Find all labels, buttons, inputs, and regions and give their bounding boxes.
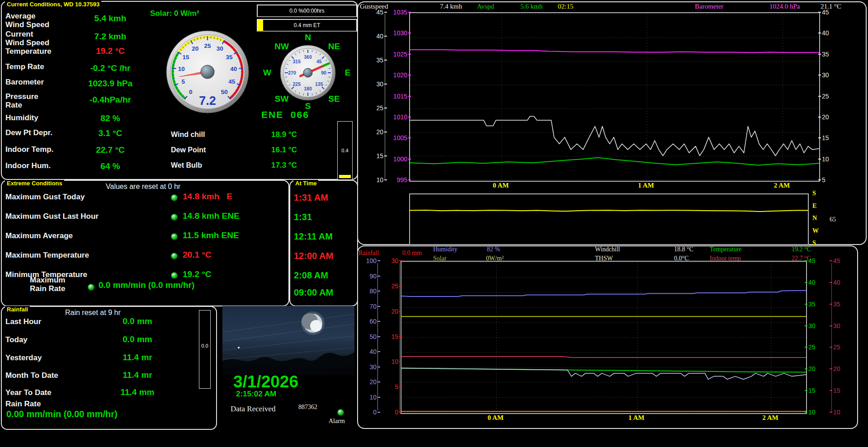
axis-tick (377, 381, 380, 382)
x-axis-label: 0 AM (488, 414, 504, 422)
axis-tick-label: 30 (822, 72, 840, 78)
gauge-tick-label: 15 (182, 54, 189, 61)
current-row-label: Humidity (5, 113, 38, 122)
axis-tick (805, 325, 807, 326)
axis-tick (830, 347, 832, 348)
current-row-label: Temperature (5, 47, 52, 56)
current-row-label: Pressure Rate (5, 92, 38, 109)
panel-extreme-conditions: Extreme Conditions Values are reset at 0… (1, 180, 289, 306)
axis-tick-label: 30 (359, 364, 377, 370)
axis-tick-label: 20 (822, 114, 840, 120)
wind-direction-reading: ENE 066 (261, 109, 309, 120)
current-row-value: -0.2 °C /hr (70, 63, 151, 73)
max-rain-rate-label: Maximum Rain Rate (30, 276, 65, 293)
axis-tick-label: 90 (359, 273, 377, 279)
legend-item: Humidity (433, 246, 458, 253)
rain-gauge-value: 0.0 (199, 343, 210, 348)
axis-tick (830, 304, 832, 305)
data-received-count: 887362 (298, 404, 317, 411)
current-row-label: Indoor Temp. (5, 145, 53, 154)
legend-item: 0.0 mm (402, 249, 422, 257)
axis-tick (384, 132, 387, 132)
chart-header-item: 7.4 kmh (440, 3, 462, 10)
compass-letter-n: N (305, 33, 311, 42)
axis-tick-label: 5 (822, 177, 840, 183)
axis-tick-label: 10 (808, 409, 825, 415)
axis-tick (805, 390, 807, 391)
axis-tick (805, 260, 807, 261)
axis-tick-label: 45 (822, 9, 840, 15)
legend-item: 19.2 °C (792, 246, 811, 253)
axis-tick (399, 361, 402, 362)
data-received-label: Data Received (231, 405, 276, 414)
current-row-value: 22.7 °C (70, 145, 151, 155)
x-axis-label: 2 AM (774, 182, 790, 189)
panel-title: At Time (293, 180, 318, 187)
current-row-value: 1023.9 hPa (70, 79, 151, 89)
rain-vertical-gauge: 0.0 (199, 310, 211, 389)
axis-tick (408, 96, 411, 97)
extreme-row-led (171, 253, 178, 259)
panel-at-time: At Time 1:31 AM1:3112:11 AM12:00 AM2:08 … (289, 180, 358, 306)
axis-tick-label: 25 (361, 105, 383, 111)
rain-rate-label: Rain Rate (5, 400, 41, 408)
rain-reset-note: Rain reset at 9 hr (65, 309, 121, 317)
axis-tick (805, 282, 807, 283)
axis-tick-label: 10 (359, 394, 377, 400)
axis-tick-label: 25 (808, 344, 825, 350)
current-row-value: 3.1 °C (70, 128, 151, 138)
axis-tick (805, 412, 807, 413)
axis-tick-label: 1025 (386, 51, 407, 57)
axis-tick-label: 20 (361, 129, 383, 135)
axis-tick-label: 20 (808, 366, 825, 372)
axis-tick-label: 10 (833, 409, 851, 415)
axis-tick (818, 159, 821, 160)
axis-tick-label: 15 (822, 135, 840, 141)
axis-tick (377, 291, 380, 292)
axis-tick-label: 30 (361, 81, 383, 87)
current-row-label: Barometer (5, 78, 44, 86)
axis-tick-label: 20 (833, 366, 851, 372)
axis-tick (384, 60, 387, 61)
x-axis-label: 1 AM (628, 414, 644, 422)
at-time-value: 1:31 AM (294, 193, 328, 203)
axis-tick (408, 75, 411, 75)
axis-tick (818, 33, 821, 33)
axis-tick-label: 0 (381, 409, 398, 415)
rainfall-row-label: Last Hour (5, 317, 41, 326)
axis-tick (818, 179, 821, 180)
extreme-row-value: 14.8 kmh E (183, 192, 232, 202)
axis-tick (408, 159, 411, 160)
axis-tick (805, 347, 807, 348)
legend-item: 82 % (487, 246, 500, 253)
axis-tick (830, 260, 832, 261)
axis-tick-label: 10 (381, 358, 398, 365)
axis-tick (399, 286, 402, 287)
current-row-label: Current Wind Speed (5, 30, 49, 47)
sky-webcam-image (222, 306, 354, 375)
current-date: 3/1/2026 (233, 372, 298, 391)
legend-item: Windchill (595, 246, 620, 253)
axis-tick-label: W (812, 228, 821, 234)
axis-tick-label: 5 (381, 384, 398, 390)
axis-tick-label: S (812, 240, 821, 246)
panel-title: Rainfall (5, 306, 30, 313)
gauge-tick-label: 30 (217, 45, 223, 52)
axis-tick (408, 117, 411, 118)
gauge-tick-label: 5 (181, 78, 185, 85)
axis-tick (377, 276, 380, 277)
axis-tick-label: 50 (359, 334, 377, 340)
axis-tick (377, 260, 380, 261)
axis-tick (818, 12, 821, 13)
x-axis-label: 1 AM (638, 182, 654, 189)
axis-tick (399, 260, 402, 261)
axis-tick-label: 1035 (386, 9, 407, 15)
axis-tick (408, 54, 411, 55)
panel-title: Extreme Conditions (5, 180, 64, 187)
extreme-row-value: 11.5 kmh ENE (183, 231, 239, 240)
derived-row-value: 18.9 °C (271, 130, 297, 139)
axis-tick-label: 20 (359, 379, 377, 385)
gauge-tick-label: 10 (178, 66, 185, 72)
max-rain-rate-led (88, 284, 94, 291)
axis-tick (830, 390, 832, 391)
